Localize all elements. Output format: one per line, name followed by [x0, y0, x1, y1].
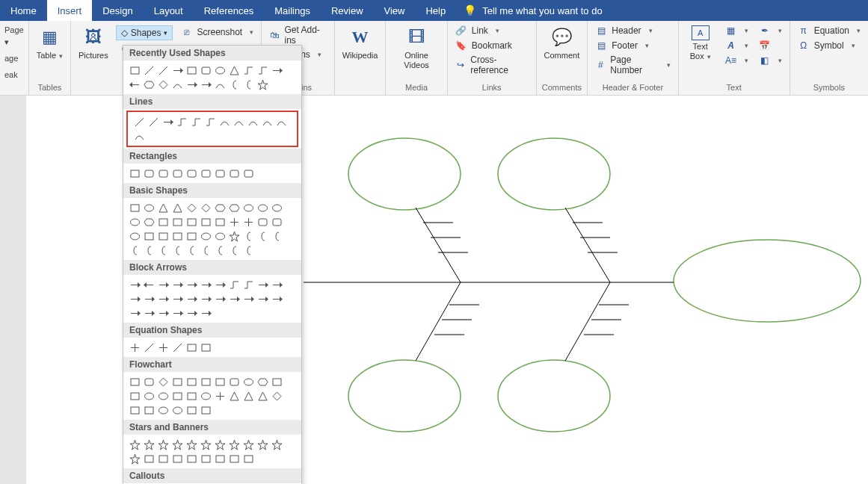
shape-brace[interactable]: [241, 78, 255, 91]
shape-ellipse[interactable]: [128, 229, 141, 243]
shape-conn[interactable]: [175, 115, 188, 128]
tell-me[interactable]: 💡 Tell me what you want to do: [456, 0, 609, 21]
shape-star[interactable]: [128, 438, 141, 451]
shape-curve[interactable]: [246, 115, 259, 128]
shape-star[interactable]: [227, 438, 241, 451]
shape-arrow[interactable]: [256, 278, 269, 291]
shape-rrect[interactable]: [156, 167, 170, 180]
shape-rect[interactable]: [199, 341, 212, 354]
shape-rect[interactable]: [142, 452, 156, 465]
quickparts-button[interactable]: ▦: [722, 24, 751, 37]
wordart-button[interactable]: A: [722, 39, 751, 52]
shape-arrow[interactable]: [185, 278, 198, 291]
tab-mailings[interactable]: Mailings: [264, 0, 321, 21]
shape-rect[interactable]: [128, 389, 141, 403]
shape-rect[interactable]: [185, 375, 198, 388]
shape-brace[interactable]: [142, 243, 156, 257]
shape-hex[interactable]: [142, 78, 156, 91]
shape-star[interactable]: [227, 229, 241, 243]
tab-insert[interactable]: Insert: [47, 0, 93, 21]
table-button[interactable]: ▦ Table: [34, 24, 66, 63]
shape-hex[interactable]: [213, 201, 227, 214]
shape-plus[interactable]: [227, 215, 241, 229]
shape-rect[interactable]: [199, 215, 212, 229]
shape-ellipse[interactable]: [241, 201, 255, 214]
shape-rect[interactable]: [270, 375, 283, 388]
shape-ellipse[interactable]: [128, 215, 141, 229]
shape-arrow[interactable]: [213, 292, 227, 305]
shape-rect[interactable]: [170, 452, 184, 465]
shape-curve[interactable]: [132, 129, 146, 143]
shape-arrow[interactable]: [185, 292, 198, 305]
textbox-button[interactable]: A Text Box: [683, 24, 718, 63]
shape-tri[interactable]: [227, 63, 241, 77]
shape-conn[interactable]: [227, 278, 241, 291]
object-button[interactable]: ◧: [756, 54, 785, 67]
shape-rect[interactable]: [128, 167, 141, 180]
shape-rect[interactable]: [128, 201, 141, 214]
shape-rect[interactable]: [170, 215, 184, 229]
symbol-button[interactable]: Ω Symbol: [795, 39, 864, 52]
shape-rect[interactable]: [185, 389, 198, 403]
shape-tri[interactable]: [170, 201, 184, 214]
shape-rect[interactable]: [128, 375, 141, 388]
comment-button[interactable]: 💬 Comment: [541, 24, 583, 62]
shape-rrect[interactable]: [142, 375, 156, 388]
shape-tri[interactable]: [227, 389, 241, 403]
blank-page-partial[interactable]: age: [4, 52, 18, 64]
page-break-partial[interactable]: eak: [4, 69, 18, 81]
shape-rect[interactable]: [170, 229, 184, 243]
shape-brace[interactable]: [128, 243, 141, 257]
shape-rrect[interactable]: [213, 167, 227, 180]
shape-arrow[interactable]: [199, 78, 212, 91]
shape-line[interactable]: [142, 63, 156, 77]
shape-brace[interactable]: [227, 78, 241, 91]
shape-rect[interactable]: [199, 403, 212, 417]
shape-ellipse[interactable]: [213, 229, 227, 243]
shape-hex[interactable]: [227, 201, 241, 214]
shape-diamond[interactable]: [156, 78, 170, 91]
crossref-button[interactable]: ↪ Cross-reference: [452, 54, 532, 76]
shape-tri[interactable]: [256, 389, 269, 403]
shape-rrect[interactable]: [270, 215, 283, 229]
shape-line[interactable]: [170, 341, 184, 354]
shape-star[interactable]: [270, 438, 283, 451]
shape-arrow[interactable]: [227, 292, 241, 305]
shape-star[interactable]: [213, 438, 227, 451]
shape-rect[interactable]: [199, 375, 212, 388]
shape-brace[interactable]: [199, 243, 212, 257]
shape-brace[interactable]: [241, 229, 255, 243]
shape-rect[interactable]: [185, 229, 198, 243]
shape-diamond[interactable]: [185, 201, 198, 214]
shape-rect[interactable]: [185, 63, 198, 77]
shape-rect[interactable]: [156, 215, 170, 229]
shape-ellipse[interactable]: [156, 389, 170, 403]
shape-arrow[interactable]: [270, 278, 283, 291]
shape-rect[interactable]: [128, 403, 141, 417]
tab-references[interactable]: References: [194, 0, 264, 21]
pictures-button[interactable]: 🖼 Pictures: [76, 24, 111, 62]
shape-rrect[interactable]: [199, 63, 212, 77]
shape-rect[interactable]: [185, 403, 198, 417]
shape-arrow[interactable]: [156, 278, 170, 291]
shape-conn[interactable]: [189, 115, 203, 128]
shape-rect[interactable]: [170, 389, 184, 403]
shape-ellipse[interactable]: [199, 229, 212, 243]
shape-conn[interactable]: [203, 115, 217, 128]
shape-ellipse[interactable]: [256, 201, 269, 214]
shape-arrow[interactable]: [128, 278, 141, 291]
shape-star[interactable]: [241, 438, 255, 451]
tab-help[interactable]: Help: [415, 0, 456, 21]
shape-arrow[interactable]: [199, 292, 212, 305]
shape-larrow[interactable]: [128, 78, 141, 91]
shape-star[interactable]: [256, 438, 269, 451]
shape-arrow[interactable]: [170, 292, 184, 305]
shape-rect[interactable]: [227, 452, 241, 465]
shape-rect[interactable]: [199, 452, 212, 465]
shape-arrow[interactable]: [270, 63, 283, 77]
header-button[interactable]: ▤ Header: [592, 24, 673, 37]
shape-ellipse[interactable]: [156, 403, 170, 417]
tab-review[interactable]: Review: [321, 0, 374, 21]
shape-arrow[interactable]: [199, 306, 212, 320]
get-addins-button[interactable]: 🛍 Get Add-ins: [266, 24, 329, 46]
